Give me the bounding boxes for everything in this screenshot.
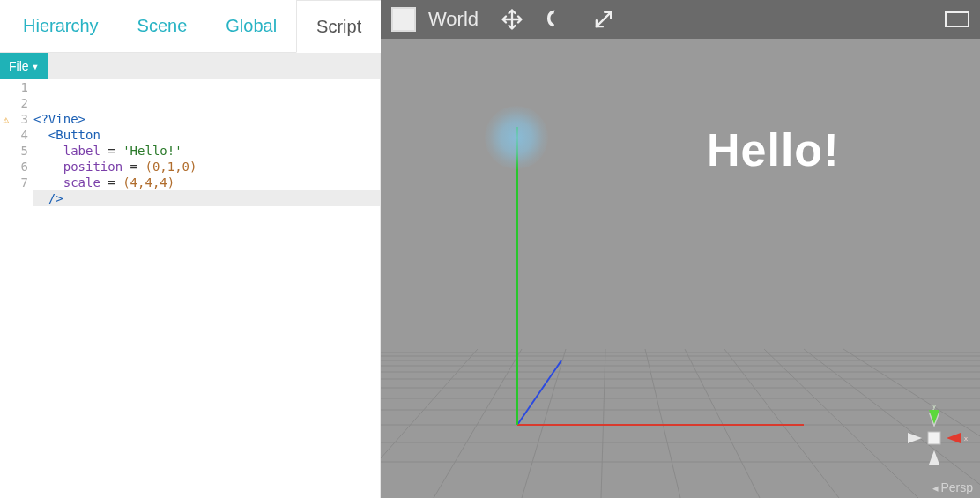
scale-tool-icon[interactable] (591, 7, 616, 32)
svg-text:x: x (964, 435, 968, 442)
warning-icon: ⚠ (0, 112, 9, 123)
camera-mode-label[interactable]: ◂ Persp (932, 480, 973, 494)
svg-line-15 (601, 349, 605, 498)
file-menu-button[interactable]: File ▼ (0, 53, 48, 79)
line-gutter: 1 2 ⚠ 3 4 5 6 7 (0, 79, 33, 498)
svg-line-12 (381, 349, 478, 498)
svg-line-19 (764, 349, 918, 498)
svg-rect-32 (928, 432, 940, 444)
svg-marker-27 (929, 450, 939, 465)
svg-text:y: y (932, 403, 936, 410)
orientation-gizmo[interactable]: y x (899, 403, 969, 473)
svg-line-14 (522, 349, 566, 498)
tab-scene[interactable]: Scene (118, 0, 207, 52)
svg-line-16 (645, 349, 680, 498)
move-tool-icon[interactable] (500, 7, 524, 32)
svg-line-22 (517, 360, 561, 425)
svg-marker-26 (908, 433, 922, 443)
svg-line-18 (724, 349, 839, 498)
chevron-down-icon: ▼ (32, 63, 40, 71)
scene-button-label[interactable]: Hello! (707, 123, 839, 176)
color-swatch[interactable] (391, 7, 416, 32)
tab-script[interactable]: Script (296, 0, 382, 53)
svg-line-17 (685, 349, 760, 498)
rotate-tool-icon[interactable] (546, 7, 570, 32)
tab-global[interactable]: Global (206, 0, 296, 52)
code-area[interactable]: <?Vine> <Button label = 'Hello!' positio… (33, 79, 380, 498)
chevron-left-icon: ◂ (932, 481, 939, 494)
tab-hierarchy[interactable]: Hierarchy (0, 0, 118, 52)
code-editor[interactable]: 1 2 ⚠ 3 4 5 6 7 <?Vine> <Button label = … (0, 79, 380, 498)
svg-marker-30 (947, 433, 961, 443)
file-menu-label: File (9, 59, 29, 73)
landscape-rect-icon[interactable] (945, 7, 969, 32)
coord-space-label[interactable]: World (428, 8, 479, 31)
viewport-3d[interactable]: World (381, 0, 980, 498)
svg-line-13 (434, 349, 522, 498)
text-caret (63, 175, 63, 189)
